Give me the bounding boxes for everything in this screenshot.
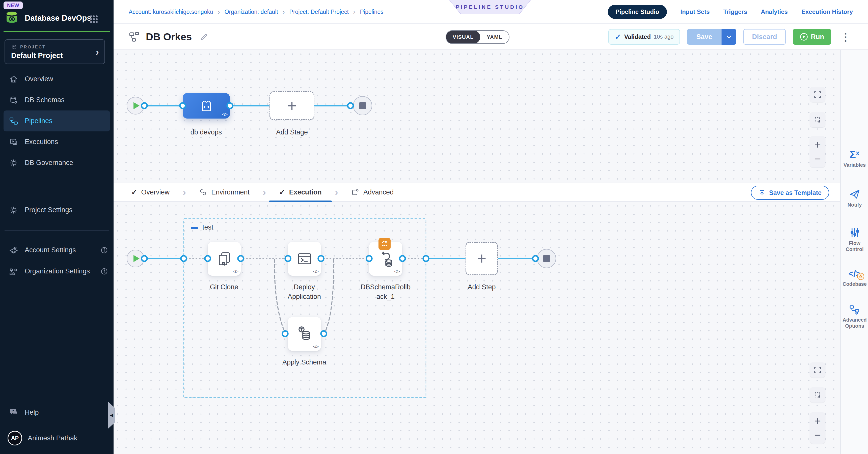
plus-icon: + bbox=[477, 251, 486, 267]
execution-end-node[interactable] bbox=[537, 249, 556, 268]
rail-item-codebase[interactable]: </> Codebase bbox=[841, 267, 868, 287]
rail-item-flow-control[interactable]: Flow Control bbox=[841, 227, 868, 252]
sidebar-item-organization-settings[interactable]: Organization Settings bbox=[0, 261, 114, 282]
apply-schema-icon bbox=[296, 325, 314, 343]
canvas-zoom-controls: + − bbox=[810, 136, 825, 167]
step-group-name[interactable]: test bbox=[203, 224, 214, 231]
stage-node-db-devops[interactable]: </> bbox=[183, 93, 230, 119]
tab-label: Execution bbox=[289, 188, 322, 196]
connector-port[interactable] bbox=[282, 331, 288, 336]
step-node-apply-schema[interactable]: </> bbox=[288, 317, 321, 351]
tab-pipeline-studio[interactable]: Pipeline Studio bbox=[608, 5, 666, 19]
pipelines-icon bbox=[9, 117, 18, 126]
toggle-yaml[interactable]: YAML bbox=[480, 30, 509, 44]
zoom-in-button[interactable]: + bbox=[814, 415, 821, 426]
sidebar-item-pipelines[interactable]: Pipelines bbox=[3, 110, 110, 131]
more-options-kebab[interactable]: ⋮ bbox=[838, 31, 853, 43]
environment-icon bbox=[199, 188, 207, 196]
canvas-fit-button[interactable] bbox=[810, 87, 825, 102]
code-view-icon: </> bbox=[313, 269, 318, 274]
info-icon[interactable] bbox=[100, 267, 108, 276]
connector-port[interactable] bbox=[321, 331, 327, 336]
tab-input-sets[interactable]: Input Sets bbox=[681, 8, 710, 15]
sidebar-item-project-settings[interactable]: Project Settings bbox=[0, 199, 114, 221]
add-step-button[interactable]: + bbox=[466, 242, 498, 275]
tab-triggers[interactable]: Triggers bbox=[723, 8, 747, 15]
pipeline-name: DB Orkes bbox=[146, 31, 192, 43]
save-options-caret[interactable] bbox=[721, 29, 736, 45]
sidebar-item-overview[interactable]: Overview bbox=[0, 69, 114, 90]
project-selector[interactable]: PROJECT Default Project › bbox=[4, 39, 105, 64]
canvas-select-button[interactable] bbox=[810, 112, 825, 127]
tab-execution-history[interactable]: Execution History bbox=[801, 8, 853, 15]
db-schema-icon bbox=[9, 96, 18, 105]
breadcrumb: Account: kurosakiichigo.songoku › Organi… bbox=[129, 0, 383, 24]
rail-item-notify[interactable]: Notify bbox=[841, 188, 868, 208]
executions-icon bbox=[9, 137, 18, 147]
zoom-out-button[interactable]: − bbox=[814, 429, 821, 441]
stop-icon bbox=[543, 255, 550, 262]
run-button[interactable]: Run bbox=[793, 29, 831, 45]
rail-label: Notify bbox=[841, 202, 868, 208]
avatar: AP bbox=[7, 431, 22, 446]
breadcrumb-account[interactable]: Account: kurosakiichigo.songoku bbox=[129, 8, 213, 15]
cube-icon bbox=[11, 44, 17, 50]
sidebar-item-executions[interactable]: Executions bbox=[0, 131, 114, 152]
svg-text:∞: ∞ bbox=[8, 13, 16, 24]
canvas-select-button[interactable] bbox=[810, 387, 825, 402]
toolbar-actions: ✓ Validated 10s ago Save Discard Run bbox=[608, 24, 853, 50]
group-collapse-button[interactable] bbox=[191, 227, 198, 229]
tab-advanced[interactable]: Advanced bbox=[350, 183, 395, 202]
fit-view-icon bbox=[814, 91, 821, 98]
tab-environment[interactable]: Environment bbox=[197, 183, 251, 202]
tab-overview[interactable]: ✓ Overview bbox=[130, 183, 171, 202]
discard-button[interactable]: Discard bbox=[743, 29, 785, 45]
execution-step-canvas[interactable]: test </> Git Clone </> Deploy bbox=[114, 202, 840, 454]
breadcrumb-pipelines[interactable]: Pipelines bbox=[360, 8, 383, 15]
sidebar-item-db-schemas[interactable]: DB Schemas bbox=[0, 90, 114, 110]
canvas-fit-button[interactable] bbox=[810, 362, 825, 378]
info-icon[interactable] bbox=[100, 246, 108, 255]
connector-port[interactable] bbox=[348, 103, 353, 108]
validated-chip[interactable]: ✓ Validated 10s ago bbox=[608, 29, 680, 45]
edit-pencil-icon[interactable] bbox=[200, 33, 209, 41]
rail-item-advanced-options[interactable]: Advanced Options bbox=[841, 303, 868, 329]
toggle-visual[interactable]: VISUAL bbox=[446, 30, 480, 44]
variables-icon: Σˣ bbox=[850, 149, 860, 159]
sidebar-item-account-settings[interactable]: Account Settings bbox=[0, 239, 114, 261]
add-stage-button[interactable]: + bbox=[270, 91, 314, 120]
sidebar-item-help[interactable]: ? Help bbox=[0, 402, 114, 423]
connector-port[interactable] bbox=[181, 256, 186, 261]
save-button[interactable]: Save bbox=[687, 29, 721, 45]
zoom-in-button[interactable]: + bbox=[814, 139, 821, 150]
step-connectors bbox=[114, 202, 840, 454]
step-node-git-clone[interactable]: </> bbox=[208, 242, 241, 276]
check-icon: ✓ bbox=[131, 188, 137, 196]
sidebar-item-label: Overview bbox=[25, 75, 53, 83]
breadcrumb-organization[interactable]: Organization: default bbox=[224, 8, 278, 15]
terminal-icon bbox=[297, 251, 313, 267]
breadcrumb-project[interactable]: Project: Default Project bbox=[289, 8, 349, 15]
save-as-template-label: Save as Template bbox=[769, 189, 822, 196]
module-grid-icon[interactable] bbox=[89, 14, 99, 24]
advanced-options-icon bbox=[849, 304, 860, 315]
zoom-out-button[interactable]: − bbox=[814, 153, 821, 164]
save-as-template-button[interactable]: Save as Template bbox=[751, 186, 829, 200]
pipeline-end-node[interactable] bbox=[353, 96, 372, 115]
rail-item-variables[interactable]: Σˣ Variables bbox=[841, 148, 868, 168]
pipeline-start-node[interactable] bbox=[127, 97, 144, 115]
sidebar-item-db-governance[interactable]: DB Governance bbox=[0, 152, 114, 173]
tab-execution[interactable]: ✓ Execution bbox=[278, 183, 323, 202]
user-profile[interactable]: AP Animesh Pathak bbox=[0, 427, 114, 450]
sidebar-divider bbox=[4, 230, 109, 230]
step-node-deploy-application[interactable]: </> bbox=[288, 242, 321, 276]
check-icon: ✓ bbox=[279, 188, 285, 196]
stage-canvas[interactable]: </> db devops + Add Stage + − bbox=[114, 50, 840, 183]
breadcrumb-separator: › bbox=[218, 8, 220, 16]
execution-start-node[interactable] bbox=[127, 250, 144, 267]
connector-port[interactable] bbox=[423, 256, 429, 261]
layers-gear-icon bbox=[9, 246, 18, 255]
governance-gear-icon bbox=[9, 158, 18, 167]
tab-label: Environment bbox=[211, 188, 250, 196]
tab-analytics[interactable]: Analytics bbox=[761, 8, 788, 15]
